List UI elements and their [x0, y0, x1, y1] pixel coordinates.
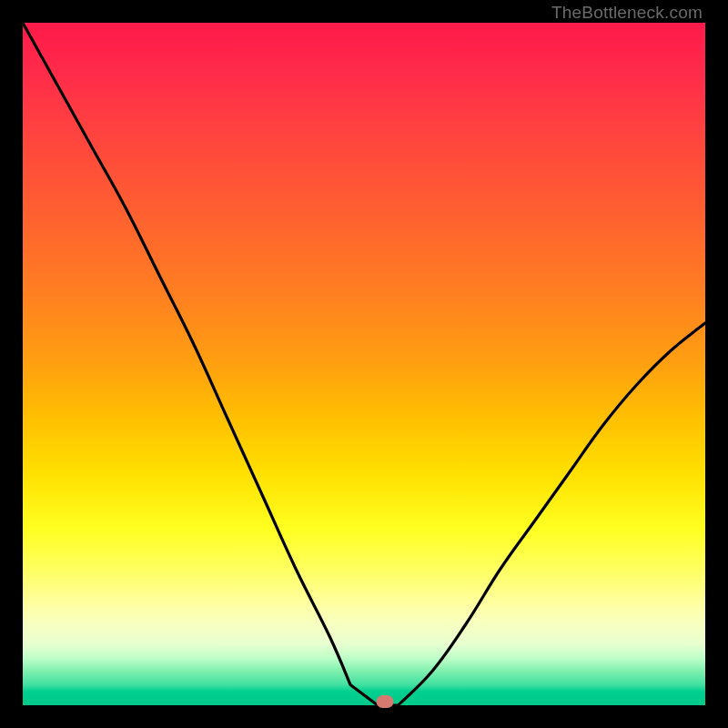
attribution-text: TheBottleneck.com: [551, 3, 703, 23]
plot-area: [23, 23, 705, 705]
bottleneck-curve: [23, 23, 705, 705]
chart-container: TheBottleneck.com: [0, 0, 728, 728]
optimal-point-marker: [376, 695, 393, 708]
